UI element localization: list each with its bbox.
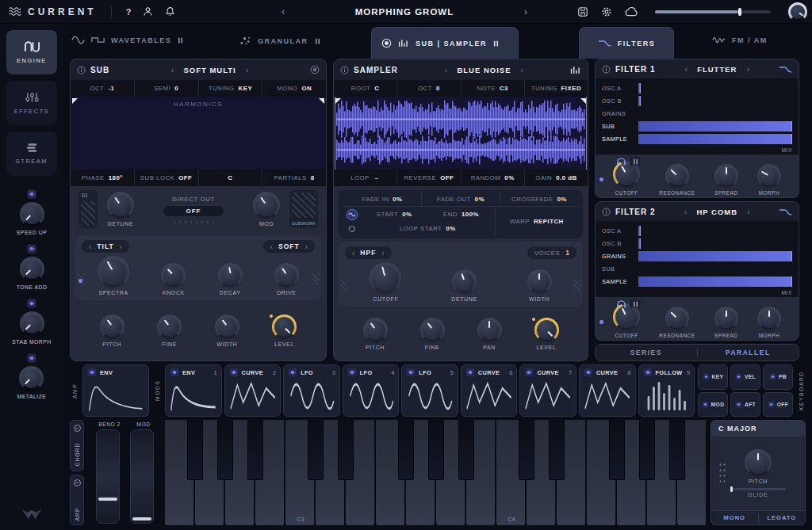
mixer-source-grains[interactable]: GRAINS [602, 107, 792, 120]
param-phase[interactable]: PHASE180° [71, 170, 135, 186]
param-c[interactable]: C [199, 170, 263, 186]
curve-display[interactable] [584, 379, 631, 414]
mod-slot-lfo-5[interactable]: LFO5 [401, 364, 458, 417]
cutoff-knob[interactable]: CUTOFF [613, 303, 640, 338]
voices-control[interactable]: VOICES 1 [527, 246, 576, 259]
account-icon[interactable] [143, 6, 153, 17]
sub-aux-box[interactable]: SUBWORK [289, 190, 318, 228]
env-display[interactable] [170, 379, 217, 414]
param-random[interactable]: RANDOM0% [462, 170, 525, 186]
loop-icon[interactable] [343, 224, 361, 233]
mod-drag-handle-icon[interactable] [87, 368, 97, 377]
black-key[interactable] [669, 420, 685, 480]
mixer-source-sample[interactable]: SAMPLE [602, 132, 792, 145]
detune-knob[interactable]: DETUNE [107, 192, 134, 227]
lfo-display[interactable] [406, 379, 454, 414]
arp-panel-toggle[interactable]: ARP [70, 475, 84, 526]
sub-preset-name[interactable]: SOFT MULTI [183, 66, 236, 74]
mixer-source-osc-a[interactable]: OSC A [602, 82, 792, 94]
pitch-knob[interactable]: PITCH [100, 315, 124, 347]
macro-stab-morph[interactable]: STAB MORPH [12, 299, 51, 345]
mod-wheel[interactable] [130, 429, 154, 524]
macro-tone-add[interactable]: TONE ADD [17, 244, 48, 290]
lfo-display[interactable] [347, 379, 395, 414]
mixer-source-sub[interactable]: SUB [602, 120, 792, 132]
param-fade-out[interactable]: FADE OUT0% [422, 192, 500, 206]
sub-harmonics-display[interactable]: HARMONICS [71, 97, 326, 170]
preset-name[interactable]: MORPHING GROWL [355, 7, 454, 17]
param-tuning[interactable]: TUNINGFIXED [525, 80, 588, 97]
cutoff-knob[interactable]: CUTOFF [613, 161, 640, 196]
black-key[interactable] [639, 420, 655, 480]
sub-preset-selector[interactable]: ‹ SOFT MULTI › [114, 65, 305, 74]
value-knob[interactable] [20, 202, 44, 227]
drive-knob[interactable]: DRIVE [274, 263, 299, 296]
routing-series-button[interactable]: SERIES [596, 349, 697, 357]
pan-knob[interactable]: PAN [477, 318, 502, 350]
shape-mode-selector[interactable]: ‹ SOFT › [263, 240, 315, 253]
param-reverse[interactable]: REVERSEOFF [397, 170, 461, 186]
chevron-right-icon[interactable]: › [520, 65, 523, 74]
cutoff-knob[interactable]: CUTOFF [370, 262, 401, 302]
preset-next-button[interactable]: › [524, 6, 527, 17]
display-handle-icon[interactable] [319, 98, 324, 104]
pause-icon[interactable] [315, 37, 320, 45]
mod-slot-lfo-4[interactable]: LFO4 [343, 364, 400, 417]
mod-drag-handle-icon[interactable] [27, 299, 36, 308]
sampler-preset-name[interactable]: BLUE NOISE [457, 66, 511, 74]
mod-slot-follow-9[interactable]: FOLLOW9 [638, 364, 695, 417]
sampler-preset-selector[interactable]: ‹ BLUE NOISE › [403, 65, 565, 74]
headphone-icon[interactable] [616, 299, 626, 308]
value-knob[interactable] [788, 2, 807, 21]
resonance-knob[interactable]: RESONANCE [659, 164, 695, 196]
mod-slot-curve-2[interactable]: CURVE2 [224, 364, 282, 417]
mod-drag-handle-icon[interactable] [643, 368, 653, 377]
fine-knob[interactable]: FINE [157, 315, 182, 347]
black-key[interactable] [458, 420, 474, 480]
filter-1-type-selector[interactable]: ‹ FLUTTER › [661, 64, 774, 74]
value-knob[interactable] [20, 257, 44, 281]
curve-display[interactable] [465, 379, 513, 414]
black-key[interactable] [428, 420, 444, 480]
knock-knob[interactable]: KNOCK [161, 263, 186, 296]
width-knob[interactable]: WIDTH [527, 269, 552, 302]
tab-granular[interactable]: GRANULAR [239, 36, 320, 46]
pause-icon[interactable] [493, 40, 499, 48]
param-crossfade[interactable]: CROSSFADE0% [500, 192, 578, 206]
mod-drag-handle-icon[interactable] [27, 189, 36, 199]
sub-slot-selector[interactable]: 01 [79, 190, 98, 228]
piano-keyboard[interactable]: C3C4 [165, 420, 707, 525]
width-knob[interactable]: WIDTH [215, 315, 239, 347]
mod-slot-env-1[interactable]: ENV1 [165, 364, 222, 417]
black-key[interactable] [308, 420, 324, 480]
curve-display[interactable] [524, 379, 572, 414]
curve-display[interactable] [229, 379, 277, 414]
param-end[interactable]: END 100% [427, 211, 494, 218]
info-icon[interactable] [77, 66, 86, 74]
kb-source-aft[interactable]: AFT [730, 392, 760, 418]
black-key[interactable] [549, 420, 565, 480]
resonance-knob[interactable]: RESONANCE [659, 307, 695, 338]
info-icon[interactable] [602, 208, 611, 216]
mixer-source-sample[interactable]: SAMPLE [602, 275, 792, 288]
legato-button[interactable]: LEGATO [759, 514, 806, 521]
master-knob[interactable] [788, 2, 807, 21]
spread-knob[interactable]: SPREAD [714, 164, 738, 196]
black-key[interactable] [338, 420, 354, 480]
mod-drag-handle-icon[interactable] [229, 368, 239, 377]
sidebar-item-engine[interactable]: ENGINE [6, 30, 57, 74]
param-semi[interactable]: SEMI0 [135, 80, 199, 97]
follow-display[interactable] [643, 379, 691, 414]
sidebar-item-effects[interactable]: EFFECTS [6, 81, 57, 125]
warp-icon[interactable] [343, 208, 361, 221]
param-partials[interactable]: PARTIALS8 [262, 170, 326, 186]
black-key[interactable] [187, 420, 203, 480]
level-knob[interactable]: LEVEL [534, 318, 559, 350]
value-knob[interactable] [19, 366, 44, 391]
param-fade-in[interactable]: FADE IN0% [343, 192, 422, 206]
pitch-knob[interactable]: PITCH [745, 449, 772, 484]
kb-source-mod[interactable]: MOD [698, 392, 728, 418]
mixer-source-osc-a[interactable]: OSC A [602, 224, 792, 237]
level-knob[interactable]: LEVEL [272, 315, 297, 347]
sampler-waveform-display[interactable] [334, 97, 588, 170]
